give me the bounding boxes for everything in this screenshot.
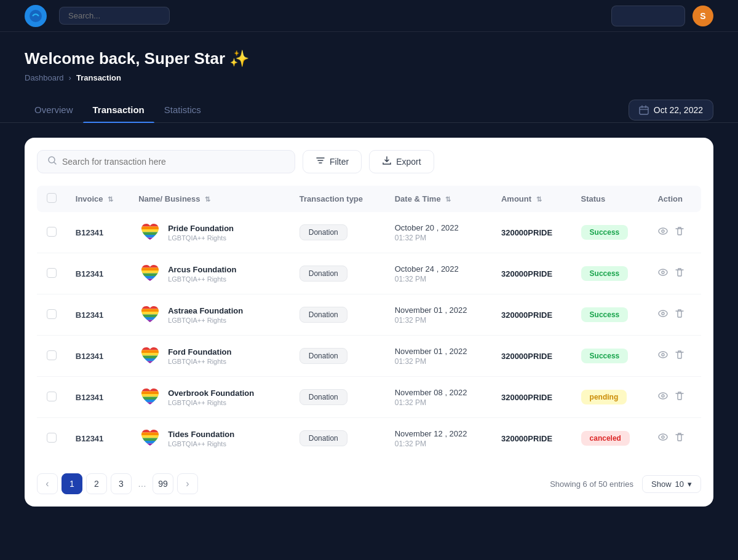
- row-date: November 01 , 2022 01:32 PM: [389, 294, 495, 336]
- date-badge[interactable]: Oct 22, 2022: [629, 100, 713, 120]
- invoice-sort-icon[interactable]: ⇅: [108, 195, 113, 203]
- date-sort-icon[interactable]: ⇅: [445, 195, 451, 203]
- page-dots: …: [135, 479, 149, 489]
- breadcrumb-current: Transaction: [76, 73, 121, 82]
- row-amount: 320000PRIDE: [495, 294, 575, 336]
- org-name: Overbrook Foundation: [168, 388, 254, 398]
- org-sub: LGBTQIA++ Rights: [168, 440, 234, 448]
- action-icons: [657, 349, 695, 363]
- delete-icon[interactable]: [675, 432, 684, 444]
- amount-value: 320000PRIDE: [501, 310, 552, 320]
- svg-rect-24: [138, 320, 162, 323]
- topbar-nav-btn[interactable]: [611, 6, 685, 26]
- delete-icon[interactable]: [675, 309, 684, 321]
- filter-icon: [315, 156, 325, 168]
- svg-rect-47: [138, 441, 162, 444]
- col-name: Name/ Business ⇅: [132, 186, 293, 212]
- date-value: October 24 , 2022: [395, 264, 489, 274]
- delete-icon[interactable]: [675, 350, 684, 362]
- next-page-button[interactable]: ›: [177, 473, 198, 494]
- row-status: Success: [575, 336, 652, 377]
- select-all-checkbox[interactable]: [47, 193, 57, 203]
- svg-rect-1: [640, 107, 648, 114]
- row-business: Pride Foundation LGBTQIA++ Rights: [132, 212, 293, 253]
- col-type: Transaction type: [293, 186, 389, 212]
- svg-point-26: [662, 312, 664, 315]
- row-status: canceled: [575, 418, 652, 459]
- col-amount: Amount ⇅: [495, 186, 575, 212]
- show-select[interactable]: Show 10 ▾: [642, 475, 701, 493]
- topbar: S: [0, 0, 738, 32]
- row-checkbox-cell: [37, 253, 69, 294]
- row-checkbox[interactable]: [47, 227, 57, 237]
- action-icons: [657, 226, 695, 239]
- page-button-2[interactable]: 2: [86, 473, 107, 494]
- row-amount: 320000PRIDE: [495, 253, 575, 294]
- page-button-1[interactable]: 1: [62, 473, 82, 494]
- view-icon[interactable]: [657, 349, 669, 363]
- page-button-3[interactable]: 3: [111, 473, 132, 494]
- tab-statistics[interactable]: Statistics: [154, 97, 211, 122]
- status-badge: Success: [581, 349, 629, 363]
- actions-row: Filter Export: [37, 150, 701, 173]
- action-icons: [657, 267, 695, 280]
- row-checkbox[interactable]: [47, 309, 57, 319]
- filter-button[interactable]: Filter: [303, 150, 362, 173]
- col-date: Date & Time ⇅: [389, 186, 495, 212]
- amount-sort-icon[interactable]: ⇅: [536, 195, 542, 203]
- org-logo: [138, 303, 162, 326]
- table-row: B12341 Tides Foundation LGBTQIA++ Rights…: [37, 418, 701, 459]
- pagination-row: ‹ 1 2 3 … 99 › Showing 6 of 50 entries S…: [37, 471, 701, 494]
- topbar-search-input[interactable]: [59, 7, 170, 25]
- org-info: Astraea Foundation LGBTQIA++ Rights: [168, 306, 243, 324]
- delete-icon[interactable]: [675, 391, 684, 403]
- amount-value: 320000PRIDE: [501, 393, 552, 402]
- table-row: B12341 Astraea Foundation LGBTQIA++ Righ…: [37, 294, 701, 336]
- view-icon[interactable]: [657, 226, 669, 239]
- view-icon[interactable]: [657, 432, 669, 445]
- avatar[interactable]: S: [692, 6, 713, 26]
- row-date: October 24 , 2022 01:32 PM: [389, 253, 495, 294]
- row-invoice: B12341: [69, 377, 132, 418]
- row-checkbox-cell: [37, 294, 69, 336]
- breadcrumb-home[interactable]: Dashboard: [25, 73, 64, 82]
- row-checkbox[interactable]: [47, 392, 57, 401]
- type-badge: Donation: [300, 307, 347, 323]
- view-icon[interactable]: [657, 308, 669, 321]
- row-checkbox[interactable]: [47, 268, 57, 278]
- show-value: 10: [675, 479, 684, 489]
- delete-icon[interactable]: [675, 267, 684, 280]
- row-actions: [651, 253, 701, 294]
- time-value: 01:32 PM: [395, 398, 489, 407]
- status-badge: Success: [581, 266, 629, 281]
- row-actions: [651, 212, 701, 253]
- row-invoice: B12341: [69, 212, 132, 253]
- svg-rect-7: [138, 235, 162, 238]
- date-badge-text: Oct 22, 2022: [654, 105, 703, 115]
- org-info: Ford Foundation LGBTQIA++ Rights: [168, 347, 231, 365]
- tab-transaction[interactable]: Transaction: [83, 97, 154, 122]
- calendar-icon: [639, 105, 649, 115]
- invoice-id: B12341: [76, 434, 104, 443]
- svg-point-34: [662, 353, 664, 356]
- row-actions: [651, 377, 701, 418]
- name-sort-icon[interactable]: ⇅: [205, 195, 210, 203]
- page-button-99[interactable]: 99: [153, 473, 173, 494]
- view-icon[interactable]: [657, 390, 669, 404]
- row-type: Donation: [293, 253, 389, 294]
- filter-label: Filter: [330, 157, 349, 167]
- row-checkbox[interactable]: [47, 433, 57, 443]
- pagination-buttons: ‹ 1 2 3 … 99 ›: [37, 473, 198, 494]
- svg-rect-40: [138, 403, 162, 406]
- tabs-row: Overview Transaction Statistics Oct 22, …: [0, 97, 738, 123]
- type-badge: Donation: [300, 348, 347, 364]
- tab-overview[interactable]: Overview: [25, 97, 83, 122]
- delete-icon[interactable]: [675, 226, 684, 239]
- search-input[interactable]: [62, 157, 285, 167]
- row-checkbox[interactable]: [47, 350, 57, 360]
- export-button[interactable]: Export: [369, 150, 434, 173]
- prev-page-button[interactable]: ‹: [37, 473, 58, 494]
- view-icon[interactable]: [657, 267, 669, 280]
- row-checkbox-cell: [37, 418, 69, 459]
- org-sub: LGBTQIA++ Rights: [168, 275, 236, 283]
